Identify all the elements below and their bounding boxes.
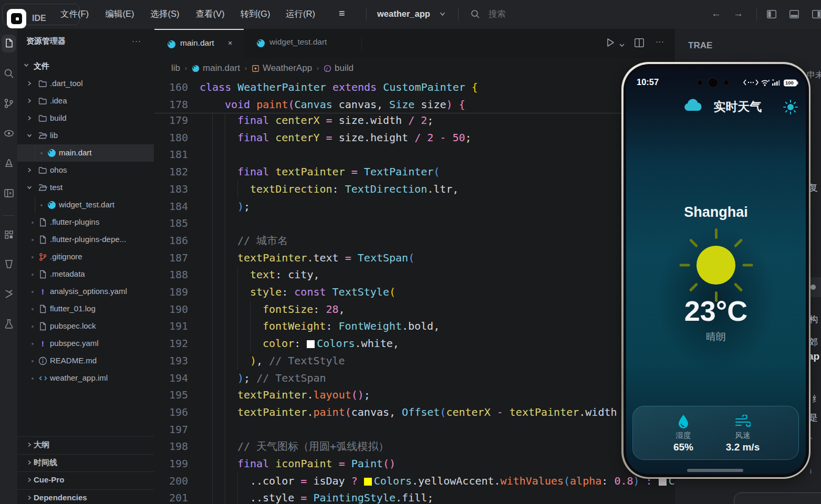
menu-item-3[interactable]: 选择(S) [144, 0, 186, 29]
code-line-178: 178void paint(Canvas canvas, Size size) … [154, 96, 675, 113]
back-arrow-icon[interactable]: ← [711, 0, 721, 29]
activity-panel-icon[interactable] [4, 188, 14, 198]
search-input[interactable]: 搜索 [489, 0, 506, 29]
file-icon [38, 218, 47, 227]
tree-item-lib[interactable]: lib [17, 127, 154, 144]
activity-debug-icon[interactable] [4, 128, 14, 139]
explorer-section-files[interactable]: 文件 [17, 58, 154, 75]
chevron-right-icon [26, 459, 33, 467]
menu-item-1[interactable]: 文件(F) [54, 0, 96, 29]
weather-settings-sun-icon[interactable] [783, 99, 798, 117]
breadcrumb-item[interactable]: main.dart [203, 63, 240, 74]
activity-grid-icon[interactable] [4, 229, 14, 240]
activity-search-icon[interactable] [4, 68, 14, 79]
project-selector[interactable]: weather_app [377, 0, 430, 29]
activity-beaker-icon[interactable] [4, 319, 14, 329]
tree-item-analysis_options.yaml[interactable]: !analysis_options.yaml [17, 283, 154, 300]
sidebar-section-时间线[interactable]: 时间线 [17, 454, 154, 471]
code-line-185: 185 [154, 215, 675, 232]
sidebar-section-Cue-Pro[interactable]: Cue-Pro [17, 471, 154, 489]
tree-item-pubspec.lock[interactable]: pubspec.lock [17, 318, 154, 335]
breadcrumb-item[interactable]: lib [171, 63, 180, 74]
breadcrumb-item[interactable]: WeatherApp [263, 63, 312, 74]
menu-item-4[interactable]: 查看(V) [189, 0, 231, 29]
line-number: 193 [154, 352, 188, 370]
run-options-chevron-icon[interactable] [619, 40, 625, 50]
indent-guide [225, 421, 225, 438]
tree-item-.metadata[interactable]: .metadata [17, 266, 154, 283]
tree-item-pubspec.yaml[interactable]: !pubspec.yaml [17, 335, 154, 352]
tab-separator [361, 36, 362, 51]
indent-guide [225, 129, 225, 146]
tree-item-README.md[interactable]: README.md [17, 352, 154, 370]
breadcrumb-item[interactable]: build [335, 63, 354, 74]
forward-arrow-icon[interactable]: → [733, 0, 743, 29]
menu-item-5[interactable]: 转到(G) [234, 0, 276, 29]
menu-item-6[interactable]: 运行(R) [279, 0, 321, 29]
indent-guide [212, 472, 213, 490]
indent-guide [225, 404, 225, 421]
tree-item-weather_app.iml[interactable]: weather_app.iml [17, 370, 154, 387]
tree-item-label: widget_test.dart [59, 200, 115, 209]
titlebar-separator [458, 8, 459, 20]
code-editor[interactable]: 179final centerX = size.width / 2;180fin… [154, 79, 675, 504]
split-editor-icon[interactable] [635, 38, 644, 49]
indent-guide [225, 215, 225, 232]
tree-item-test[interactable]: test [17, 179, 154, 196]
tab-widget_test.dart[interactable]: widget_test.dart [244, 29, 361, 58]
code-line-182: 182final textPainter = TextPainter( [154, 163, 675, 181]
section-label: 时间线 [34, 458, 57, 468]
tree-item-.idea[interactable]: .idea [17, 92, 154, 110]
tree-chevron-icon [26, 80, 33, 88]
tree-item-.flutter-plugins-depe...[interactable]: .flutter-plugins-depe... [17, 231, 154, 248]
tab-close-icon[interactable]: × [228, 39, 232, 47]
tree-item-.dart_tool[interactable]: .dart_tool [17, 75, 154, 92]
phone-home-indicator[interactable] [687, 469, 743, 472]
chevron-down-icon [23, 62, 29, 69]
tree-item-flutter_01.log[interactable]: flutter_01.log [17, 300, 154, 318]
indent-guide [225, 284, 225, 301]
toggle-panel-icon[interactable] [789, 10, 799, 20]
activity-pen-icon[interactable] [4, 259, 14, 269]
tree-item-.flutter-plugins[interactable]: .flutter-plugins [17, 214, 154, 231]
wind-icon [735, 415, 751, 428]
editor-more-actions-icon[interactable]: ··· [656, 37, 664, 47]
run-button[interactable] [605, 37, 616, 50]
tree-item-widget_test.dart[interactable]: widget_test.dart [17, 196, 154, 214]
tree-item-label: flutter_01.log [50, 304, 96, 313]
sidebar-section-大纲[interactable]: 大纲 [17, 436, 154, 454]
activity-files-icon[interactable] [4, 38, 14, 49]
tree-item-build[interactable]: build [17, 110, 154, 127]
tab-main.dart[interactable]: main.dart× [154, 29, 244, 58]
activity-source-control-icon[interactable] [4, 98, 14, 109]
indent-guide [225, 438, 225, 455]
tree-item-main.dart[interactable]: main.dart [17, 144, 154, 162]
activity-extensions-icon[interactable] [4, 158, 14, 169]
explorer-more-icon[interactable]: ··· [132, 36, 141, 45]
folder-icon [38, 114, 47, 123]
tree-item-ohos[interactable]: ohos [17, 162, 154, 179]
chat-input-box[interactable] [734, 492, 821, 504]
search-icon[interactable] [471, 0, 480, 29]
tree-chevron-icon [26, 167, 33, 174]
menu-item-2[interactable]: 编辑(E) [99, 0, 141, 29]
info-icon [38, 356, 47, 365]
indent-guide [237, 301, 238, 318]
line-number: 196 [154, 404, 188, 421]
toggle-sidebar-icon[interactable] [767, 10, 776, 20]
tree-item-.gitignore[interactable]: .gitignore [17, 248, 154, 266]
hamburger-menu-icon[interactable]: ≡ [339, 0, 345, 29]
indent-guide [212, 112, 213, 129]
section-label: 大纲 [34, 440, 49, 450]
toggle-secondary-sidebar-icon[interactable] [812, 10, 821, 20]
sidebar-section-Dependencies[interactable]: Dependencies [17, 489, 154, 504]
activity-cut-icon[interactable] [4, 289, 14, 299]
indent-guide [225, 249, 225, 267]
file-icon [38, 235, 47, 244]
dart-icon [47, 201, 56, 209]
svg-text:x: x [768, 79, 770, 82]
tree-item-bullet [32, 291, 34, 293]
indent-guide [225, 386, 225, 404]
tree-item-bullet [32, 308, 34, 310]
code-line-179: 179final centerX = size.width / 2; [154, 112, 675, 129]
